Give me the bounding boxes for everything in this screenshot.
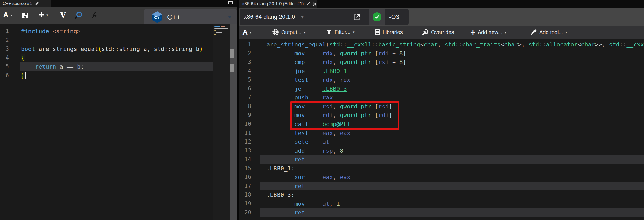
svg-text:++: ++ (157, 16, 162, 20)
line-content: .LBB0_3: (266, 190, 294, 199)
output-button[interactable]: Output... ▾ (272, 29, 306, 36)
close-icon[interactable] (313, 2, 317, 6)
chevron-down-icon: ▾ (11, 13, 12, 17)
code-line[interactable]: 4{ (0, 54, 213, 63)
tab-title: C++ source #1 (3, 1, 32, 6)
pencil-icon[interactable] (306, 2, 310, 6)
line-number: 18 (239, 190, 251, 199)
line-content: sete al (266, 137, 329, 146)
scrollbar-thumb[interactable] (230, 64, 234, 72)
code-line[interactable]: 4 jne .LBB0_1 (239, 67, 644, 76)
line-content: ret (266, 182, 305, 191)
code-line[interactable]: 13 add rsp, 8 (239, 146, 644, 155)
libraries-label: Libraries (383, 29, 403, 35)
add-pane-button[interactable]: + ▾ (39, 9, 48, 21)
line-number: 15 (239, 164, 251, 173)
code-line[interactable]: 6} (0, 71, 213, 80)
vim-mode-button[interactable]: V (60, 11, 66, 20)
add-tool-button[interactable]: Add tool... ▾ (530, 29, 567, 36)
minimap-line (216, 32, 222, 33)
code-line[interactable]: 16 xor eax, eax (239, 173, 644, 182)
line-content: #include <string> (21, 27, 80, 36)
line-number: 3 (0, 45, 9, 54)
line-number: 2 (239, 49, 251, 58)
line-number: 10 (239, 120, 251, 129)
code-line[interactable]: 3 cmp rdx, qword ptr [rsi + 8] (239, 58, 644, 67)
line-number: 9 (239, 111, 251, 120)
maximize-icon[interactable] (228, 1, 233, 4)
line-number: 16 (239, 173, 251, 182)
scrollbar-track[interactable] (230, 24, 237, 220)
cpp-insights-icon: + (74, 11, 82, 19)
minimap-line (214, 28, 228, 29)
code-line[interactable]: 17 ret (239, 182, 644, 191)
line-number: 4 (239, 67, 251, 76)
font-size-button[interactable]: A ▾ (242, 28, 251, 36)
tab-cpp-source[interactable]: C++ source #1 (0, 0, 51, 7)
overrides-button[interactable]: Overrides (422, 29, 454, 36)
minimap-line (214, 30, 216, 31)
code-line[interactable]: 20 ret (239, 208, 644, 217)
code-line[interactable]: 11 test eax, eax (239, 129, 644, 138)
line-content: return a == b; (21, 62, 84, 71)
save-button[interactable] (22, 12, 29, 19)
pencil-icon[interactable] (35, 2, 39, 6)
options-value: -O3 (389, 13, 399, 21)
line-content: mov al, 1 (266, 199, 340, 208)
font-size-button[interactable]: A ▾ (3, 11, 12, 19)
code-line[interactable]: 1are_strings_equal(std::__cxx11::basic_s… (239, 40, 644, 49)
compile-status[interactable] (369, 9, 385, 25)
add-new-label: Add new... (478, 29, 502, 35)
overrides-label: Overrides (431, 29, 454, 35)
code-line[interactable]: 2 (0, 36, 213, 45)
svg-text:+: + (78, 13, 80, 16)
code-line[interactable]: 7 push rax (239, 93, 644, 102)
add-tool-label: Add tool... (539, 29, 563, 35)
line-content: .LBB0_1: (266, 164, 294, 173)
code-line[interactable]: 12 sete al (239, 137, 644, 146)
code-line[interactable]: 19 mov al, 1 (239, 199, 644, 208)
line-content: ret (266, 208, 305, 217)
code-line[interactable]: 1#include <string> (0, 27, 213, 36)
line-number: 11 (239, 129, 251, 138)
cpp-insights-button[interactable]: + (74, 11, 82, 19)
minimap-line (214, 34, 216, 35)
add-new-button[interactable]: + Add new... ▾ (470, 29, 507, 36)
libraries-button[interactable]: Libraries (374, 29, 403, 36)
quick-bench-button[interactable] (90, 11, 98, 19)
source-code-editor[interactable]: 1#include <string>23bool are_strings_equ… (0, 24, 213, 220)
filter-button[interactable]: Filter... ▾ (326, 29, 355, 35)
compiler-options-input[interactable]: -O3 (385, 9, 409, 25)
line-number: 17 (239, 182, 251, 191)
scrollbar-thumb[interactable] (230, 49, 234, 58)
font-size-icon: A (242, 28, 248, 36)
compiler-picker[interactable]: x86-64 clang 20.1.0 ▾ (240, 9, 319, 25)
line-number: 6 (239, 84, 251, 93)
chevron-down-icon: ▾ (46, 13, 48, 17)
bracket-match-close (21, 72, 25, 79)
open-compiler-button[interactable] (353, 13, 361, 21)
chevron-down-icon: ▾ (228, 14, 231, 21)
code-line[interactable]: 18.LBB0_3: (239, 190, 644, 199)
line-content: are_strings_equal(std::__cxx11::basic_st… (266, 40, 644, 49)
code-line[interactable]: 2 mov rdx, qword ptr [rdi + 8] (239, 49, 644, 58)
code-line[interactable]: 5 test rdx, rdx (239, 75, 644, 84)
code-line[interactable]: 14 ret (239, 155, 644, 164)
quick-bench-icon (90, 11, 98, 19)
code-line[interactable]: 15.LBB0_1: (239, 164, 644, 173)
code-line[interactable]: 6 je .LBB0_3 (239, 84, 644, 93)
minimap-line (221, 26, 225, 27)
screwdriver-icon (530, 29, 537, 36)
pane-divider[interactable] (237, 0, 239, 220)
line-content: push rax (266, 93, 333, 102)
check-icon (373, 12, 381, 21)
language-selector[interactable]: C ++ C++ ▾ (144, 9, 237, 25)
minimap[interactable] (213, 24, 230, 220)
svg-text:C: C (154, 15, 157, 20)
minimap-line (214, 26, 220, 27)
line-number: 3 (239, 58, 251, 67)
code-line[interactable]: 3bool are_strings_equal(std::string a, s… (0, 45, 213, 54)
line-content: xor eax, eax (266, 173, 350, 182)
tab-compiler-output[interactable]: x86-64 clang 20.1.0 (Editor #1) (239, 0, 317, 8)
code-line[interactable]: 5 return a == b; (0, 62, 213, 71)
